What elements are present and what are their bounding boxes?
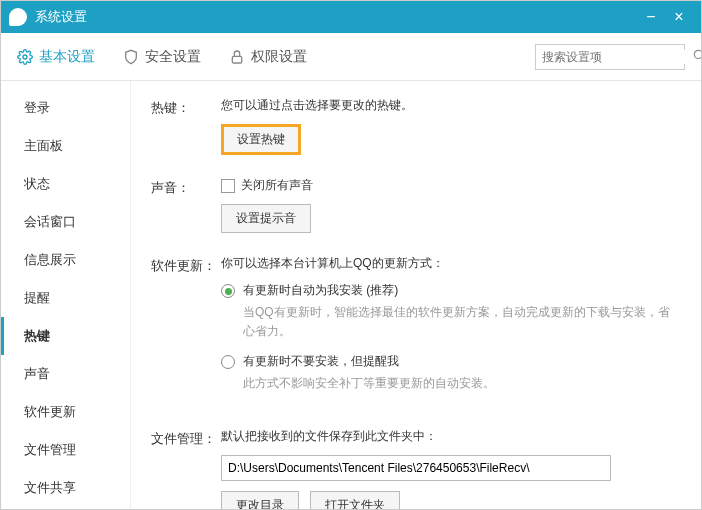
sidebar-item-chat[interactable]: 会话窗口	[1, 203, 130, 241]
update-auto-desc: 当QQ有更新时，智能选择最佳的软件更新方案，自动完成更新的下载与安装，省心省力。	[243, 303, 681, 341]
section-file: 文件管理： 默认把接收到的文件保存到此文件夹中： 更改目录 打开文件夹 ✓ 允许…	[151, 428, 681, 509]
tab-permission-label: 权限设置	[251, 48, 307, 66]
change-dir-button[interactable]: 更改目录	[221, 491, 299, 509]
sidebar-item-sound[interactable]: 声音	[1, 355, 130, 393]
sidebar-item-display[interactable]: 信息展示	[1, 241, 130, 279]
svg-rect-1	[232, 56, 241, 63]
sidebar-item-fileshare[interactable]: 文件共享	[1, 469, 130, 507]
tab-basic[interactable]: 基本设置	[17, 48, 95, 66]
sidebar-item-hotkey[interactable]: 热键	[1, 317, 130, 355]
gear-icon	[17, 49, 33, 65]
sound-label: 声音：	[151, 177, 221, 233]
tab-security[interactable]: 安全设置	[123, 48, 201, 66]
section-sound: 声音： 关闭所有声音 设置提示音	[151, 177, 681, 233]
sidebar-item-av[interactable]: 音视频通话	[1, 507, 130, 509]
titlebar: 系统设置 − ×	[1, 1, 701, 33]
set-hotkey-button[interactable]: 设置热键	[221, 124, 301, 155]
update-desc: 你可以选择本台计算机上QQ的更新方式：	[221, 255, 681, 272]
hotkey-desc: 您可以通过点击选择要更改的热键。	[221, 97, 681, 114]
update-remind-radio[interactable]	[221, 355, 235, 369]
search-input[interactable]	[542, 50, 692, 64]
tabs-row: 基本设置 安全设置 权限设置	[1, 33, 701, 81]
set-sound-button[interactable]: 设置提示音	[221, 204, 311, 233]
close-button[interactable]: ×	[665, 8, 693, 26]
lock-icon	[229, 49, 245, 65]
tab-basic-label: 基本设置	[39, 48, 95, 66]
window-title: 系统设置	[35, 8, 637, 26]
section-hotkey: 热键： 您可以通过点击选择要更改的热键。 设置热键	[151, 97, 681, 155]
sidebar-item-login[interactable]: 登录	[1, 89, 130, 127]
content-panel: 热键： 您可以通过点击选择要更改的热键。 设置热键 声音： 关闭所有声音 设置提…	[131, 81, 701, 509]
svg-point-2	[694, 50, 702, 58]
file-desc: 默认把接收到的文件保存到此文件夹中：	[221, 428, 681, 445]
search-icon	[692, 48, 702, 66]
file-label: 文件管理：	[151, 428, 221, 509]
open-folder-button[interactable]: 打开文件夹	[310, 491, 400, 509]
shield-icon	[123, 49, 139, 65]
sidebar-item-status[interactable]: 状态	[1, 165, 130, 203]
mute-all-checkbox[interactable]	[221, 179, 235, 193]
sidebar-item-notify[interactable]: 提醒	[1, 279, 130, 317]
update-label: 软件更新：	[151, 255, 221, 406]
file-path-input[interactable]	[221, 455, 611, 481]
sidebar-item-file[interactable]: 文件管理	[1, 431, 130, 469]
sidebar-item-update[interactable]: 软件更新	[1, 393, 130, 431]
update-remind-desc: 此方式不影响安全补丁等重要更新的自动安装。	[243, 374, 681, 393]
app-logo-icon	[9, 8, 27, 26]
minimize-button[interactable]: −	[637, 8, 665, 26]
section-update: 软件更新： 你可以选择本台计算机上QQ的更新方式： 有更新时自动为我安装 (推荐…	[151, 255, 681, 406]
svg-point-0	[23, 55, 27, 59]
tab-security-label: 安全设置	[145, 48, 201, 66]
sidebar: 登录 主面板 状态 会话窗口 信息展示 提醒 热键 声音 软件更新 文件管理 文…	[1, 81, 131, 509]
hotkey-label: 热键：	[151, 97, 221, 155]
update-auto-label: 有更新时自动为我安装 (推荐)	[243, 282, 398, 299]
search-box[interactable]	[535, 44, 685, 70]
sidebar-item-mainpanel[interactable]: 主面板	[1, 127, 130, 165]
update-remind-label: 有更新时不要安装，但提醒我	[243, 353, 399, 370]
tab-permission[interactable]: 权限设置	[229, 48, 307, 66]
mute-all-label: 关闭所有声音	[241, 177, 313, 194]
update-auto-radio[interactable]	[221, 284, 235, 298]
